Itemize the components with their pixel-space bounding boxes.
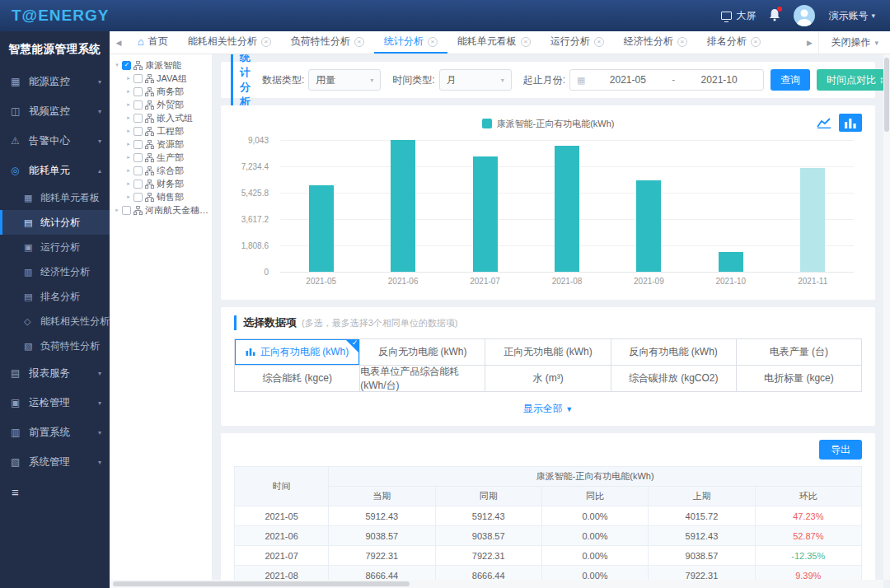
data-type-select[interactable]: 用量 ▾ [308,69,381,91]
tree-collapse-icon[interactable]: ▸ [124,180,133,187]
bar-chart-toggle-button[interactable] [839,114,862,132]
data-item-正向无功电能 (kWh)[interactable]: 正向无功电能 (kWh) [485,339,611,366]
tree-collapse-icon[interactable]: ▸ [124,141,133,147]
tree-collapse-icon[interactable]: ▸ [124,128,133,134]
data-item-综合能耗 (kgce)[interactable]: 综合能耗 (kgce) [235,366,360,392]
sidebar-item-report-service[interactable]: ▤报表服务▾ [0,358,110,388]
data-item-电表单位产品综合能耗 (kWh/台)[interactable]: 电表单位产品综合能耗 (kWh/台) [360,366,485,392]
sidebar-item-ops-manage[interactable]: ▣运检管理▾ [0,388,110,418]
tree-collapse-icon[interactable]: ▸ [124,167,133,174]
tree-node[interactable]: ▸嵌入式组 [110,111,212,124]
sidebar-subitem-rank-analysis[interactable]: ▤排名分析 [0,284,110,309]
sidebar-item-alarm-center[interactable]: ⚠告警中心▾ [0,126,110,156]
data-item-综合碳排放 (kgCO2)[interactable]: 综合碳排放 (kgCO2) [611,366,737,392]
tree-collapse-icon[interactable]: ▸ [124,101,133,108]
tree-node[interactable]: ▸JAVA组 [110,72,212,85]
tab-close-icon[interactable]: × [751,37,761,47]
vertical-scrollbar-thumb[interactable] [884,58,889,132]
close-operations-menu[interactable]: 关闭操作 ▾ [818,31,890,54]
sidebar-item-energy-unit[interactable]: ◎能耗单元▴ [0,156,110,185]
tree-checkbox[interactable] [122,206,131,215]
notification-bell-button[interactable] [769,8,780,24]
tab-首页[interactable]: ⌂首页 [128,31,178,54]
tab-运行分析[interactable]: 运行分析× [541,31,614,54]
tab-close-icon[interactable]: × [521,37,531,47]
tree-checkbox[interactable] [134,100,143,110]
tree-node[interactable]: ▾康派智能 [110,58,212,72]
tabs-scroll-left-button[interactable]: ◀ [110,39,128,47]
sidebar-item-video-monitor[interactable]: ◫视频监控▾ [0,96,110,126]
tree-checkbox[interactable] [122,61,131,70]
tabs-scroll-right-button[interactable]: ▶ [800,39,818,47]
sidebar-subitem-statistic-analysis[interactable]: ▤统计分析 [0,210,110,235]
tree-checkbox[interactable] [134,114,143,123]
time-compare-button[interactable]: 时间点对比 ↕ [817,69,883,91]
tree-checkbox[interactable] [134,166,143,175]
time-type-select[interactable]: 月 ▾ [439,69,512,91]
sidebar-collapse-button[interactable]: ≡ [0,477,110,499]
tree-collapse-icon[interactable]: ▸ [113,207,121,213]
tree-checkbox[interactable] [134,127,143,136]
tree-node[interactable]: ▸外贸部 [110,98,212,111]
chart-legend[interactable]: 康派智能-正向有功电能(kWh) [482,118,615,130]
data-item-电折标量 (kgce)[interactable]: 电折标量 (kgce) [737,366,862,392]
data-item-水 (m³)[interactable]: 水 (m³) [485,366,611,392]
data-item-反向无功电能 (kWh)[interactable]: 反向无功电能 (kWh) [360,339,485,366]
tab-能耗相关性分析[interactable]: 能耗相关性分析× [178,31,281,54]
tab-close-icon[interactable]: × [677,37,687,47]
tab-close-icon[interactable]: × [354,37,364,47]
export-button[interactable]: 导出 [819,440,862,460]
account-menu[interactable]: 演示账号 ▾ [828,9,875,23]
horizontal-scrollbar-thumb[interactable] [113,581,410,586]
tree-node[interactable]: ▸生产部 [110,151,212,164]
tree-node[interactable]: ▸工程部 [110,124,212,138]
tab-label: 统计分析 [384,35,424,49]
data-item-反向有功电能 (kWh)[interactable]: 反向有功电能 (kWh) [611,339,737,366]
tree-collapse-icon[interactable]: ▸ [124,154,133,161]
tab-负荷特性分析[interactable]: 负荷特性分析× [281,31,374,54]
vertical-scrollbar[interactable] [883,54,890,580]
tab-能耗单元看板[interactable]: 能耗单元看板× [447,31,541,54]
horizontal-scrollbar[interactable] [110,580,883,588]
data-item-电表产量 (台)[interactable]: 电表产量 (台) [737,339,862,366]
tab-close-icon[interactable]: × [594,37,604,47]
sidebar-subitem-correlation-analysis[interactable]: ◇能耗相关性分析 [0,309,110,334]
tree-node[interactable]: ▸综合部 [110,164,212,177]
date-range-input[interactable]: ▦ 2021-05 - 2021-10 [569,69,764,91]
tree-collapse-icon[interactable]: ▸ [124,88,133,95]
sidebar-item-system-manage[interactable]: ▧系统管理▾ [0,447,110,477]
tree-checkbox[interactable] [134,180,143,189]
tree-checkbox[interactable] [134,193,143,202]
tree-collapse-icon[interactable]: ▸ [124,194,133,200]
tree-collapse-icon[interactable]: ▸ [124,75,133,82]
tree-checkbox[interactable] [134,74,143,83]
tree-node[interactable]: ▸销售部 [110,190,212,203]
show-all-link[interactable]: 显示全部 ▼ [234,402,862,416]
data-item-正向有功电能 (kWh)[interactable]: ✓正向有功电能 (kWh) [235,339,360,366]
tab-经济性分析[interactable]: 经济性分析× [614,31,697,54]
sidebar-item-energy-monitor[interactable]: ▦能源监控▾ [0,67,110,96]
sidebar-subitem-run-analysis[interactable]: ▣运行分析 [0,235,110,259]
user-avatar[interactable] [794,5,815,26]
tree-node[interactable]: ▸商务部 [110,85,212,98]
tree-checkbox[interactable] [134,153,143,162]
big-screen-button[interactable]: 大屏 [721,9,756,23]
tree-node[interactable]: ▸河南航天金穗电子有 [110,203,212,217]
tree-checkbox[interactable] [134,140,143,149]
tab-排名分析[interactable]: 排名分析× [697,31,771,54]
sidebar-item-front-system[interactable]: ▥前置系统▾ [0,418,110,447]
line-chart-toggle-button[interactable] [813,114,836,132]
tree-collapse-icon[interactable]: ▸ [124,114,133,121]
query-button[interactable]: 查询 [771,69,810,91]
sidebar-subitem-economic-analysis[interactable]: ▥经济性分析 [0,259,110,284]
tree-checkbox[interactable] [134,87,143,96]
tab-close-icon[interactable]: × [428,37,438,47]
tree-node[interactable]: ▸资源部 [110,138,212,151]
sidebar-subitem-load-analysis[interactable]: ▧负荷特性分析 [0,334,110,358]
tree-node[interactable]: ▸财务部 [110,177,212,190]
sidebar-subitem-energy-unit-board[interactable]: ▦能耗单元看板 [0,185,110,210]
tab-close-icon[interactable]: × [261,37,271,47]
tree-expand-icon[interactable]: ▾ [113,62,121,68]
tab-统计分析[interactable]: 统计分析× [374,31,447,54]
time-type-label: 时间类型: [392,73,434,87]
